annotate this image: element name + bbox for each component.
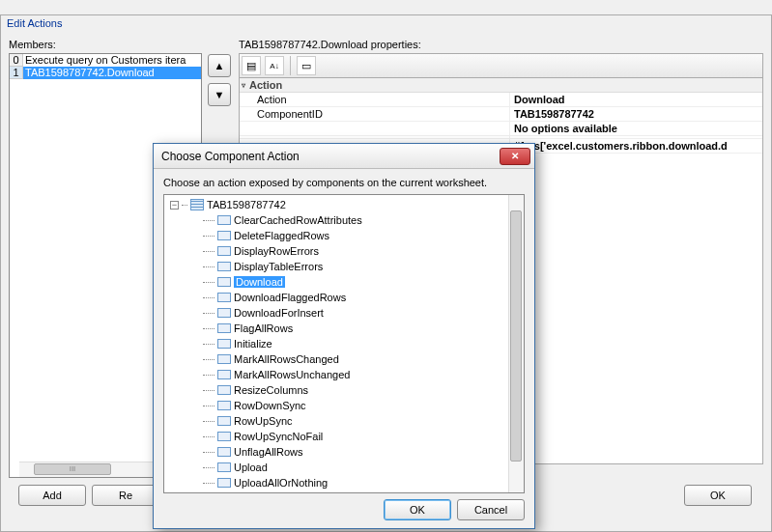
- tree-action-node[interactable]: MarkAllRowsUnchanged: [203, 367, 522, 382]
- tree-action-node[interactable]: RowDownSync: [203, 398, 522, 413]
- tree-action-node[interactable]: DownloadFlaggedRows: [203, 290, 522, 305]
- tree-action-label: MarkAllRowsUnchanged: [234, 369, 350, 380]
- arrow-up-icon: ▲: [214, 60, 225, 71]
- tree-root-node[interactable]: − TAB1598787742: [170, 197, 522, 212]
- tree-action-label: RowUpSync: [234, 415, 293, 427]
- action-icon: [217, 277, 231, 287]
- collapse-triangle-icon: ▿: [242, 81, 245, 90]
- action-icon: [217, 339, 231, 349]
- window-title: Edit Actions: [1, 15, 771, 31]
- tree-action-node[interactable]: DeleteFlaggedRows: [203, 228, 522, 243]
- ok-button-main[interactable]: OK: [684, 485, 752, 506]
- tree-action-label: DisplayRowErrors: [234, 245, 319, 257]
- close-icon: ✕: [511, 151, 519, 161]
- tree-action-label: DownloadForInsert: [234, 307, 324, 319]
- property-value: [510, 136, 762, 138]
- tree-action-node[interactable]: Download: [203, 274, 522, 290]
- members-label: Members:: [9, 39, 202, 50]
- tree-action-node[interactable]: DisplayTableErrors: [203, 259, 522, 274]
- action-icon: [217, 262, 231, 271]
- dialog-close-button[interactable]: ✕: [500, 148, 530, 165]
- action-icon: [217, 215, 231, 225]
- arrow-down-icon: ▼: [214, 89, 225, 100]
- tree-action-node[interactable]: DisplayRowErrors: [203, 243, 522, 259]
- property-row[interactable]: No options available: [240, 122, 762, 136]
- tree-action-node[interactable]: RowUpSync: [203, 413, 522, 429]
- action-icon: [217, 323, 231, 333]
- property-key: [240, 136, 510, 138]
- choose-component-action-dialog: Choose Component Action ✕ Choose an acti…: [153, 143, 535, 529]
- categorized-view-button[interactable]: ▤: [242, 56, 261, 75]
- row-index: 0: [10, 54, 23, 67]
- property-row[interactable]: ActionDownload: [240, 93, 762, 107]
- add-button[interactable]: Add: [18, 485, 86, 506]
- tree-vertical-scrollbar[interactable]: [508, 195, 524, 492]
- tree-action-node[interactable]: UnflagAllRows: [203, 444, 522, 460]
- dialog-ok-button[interactable]: OK: [384, 499, 451, 520]
- tree-action-node[interactable]: FlagAllRows: [203, 321, 522, 336]
- action-icon: [217, 432, 231, 441]
- property-value: No options available: [510, 122, 762, 135]
- tree-action-label: MarkAllRowsChanged: [234, 353, 339, 365]
- dialog-description: Choose an action exposed by components o…: [163, 177, 525, 188]
- tree-action-label: DisplayTableErrors: [234, 261, 323, 272]
- action-icon: [217, 447, 231, 457]
- move-down-button[interactable]: ▼: [208, 83, 231, 106]
- tree-action-node[interactable]: Initialize: [203, 336, 522, 351]
- action-icon: [217, 308, 231, 318]
- scrollbar-thumb[interactable]: [510, 210, 522, 462]
- expander-icon[interactable]: −: [170, 201, 179, 210]
- tree-action-label: ClearCachedRowAttributes: [234, 214, 362, 226]
- tree-action-label: UploadAllOrNothing: [234, 477, 328, 489]
- row-index: 1: [10, 67, 23, 79]
- component-action-tree[interactable]: − TAB1598787742 ClearCachedRowAttributes…: [163, 194, 525, 493]
- tree-action-label: DeleteFlaggedRows: [234, 230, 329, 241]
- tree-action-node[interactable]: DownloadForInsert: [203, 305, 522, 321]
- remove-button[interactable]: Re: [92, 485, 159, 506]
- tree-action-node[interactable]: UploadAllOrNothing: [203, 475, 522, 490]
- property-value: #{res['excel.customers.ribbon.download.d: [510, 139, 762, 153]
- action-icon: [217, 478, 231, 488]
- categorized-icon: ▤: [246, 60, 256, 72]
- tree-action-label: ResizeColumns: [234, 384, 308, 396]
- tree-action-node[interactable]: Upload: [203, 460, 522, 475]
- property-section-action[interactable]: ▿ Action: [240, 78, 762, 93]
- action-icon: [217, 231, 231, 240]
- tree-action-label: RowDownSync: [234, 400, 306, 411]
- dialog-title: Choose Component Action: [157, 150, 500, 163]
- dialog-titlebar[interactable]: Choose Component Action ✕: [154, 144, 534, 169]
- action-icon: [217, 385, 231, 395]
- action-icon: [217, 354, 231, 364]
- tree-action-label: Initialize: [234, 338, 272, 350]
- tree-action-label: Download: [234, 276, 285, 288]
- tree-action-node[interactable]: RowUpSyncNoFail: [203, 429, 522, 444]
- move-up-button[interactable]: ▲: [208, 54, 231, 77]
- tree-action-node[interactable]: MarkAllRowsChanged: [203, 351, 522, 367]
- action-icon: [217, 293, 231, 302]
- action-icon: [217, 246, 231, 256]
- row-text: Execute query on Customers itera: [23, 54, 201, 67]
- tree-action-node[interactable]: ClearCachedRowAttributes: [203, 212, 522, 228]
- tree-action-label: DownloadFlaggedRows: [234, 292, 346, 303]
- action-icon: [217, 370, 231, 379]
- tree-action-node[interactable]: ResizeColumns: [203, 382, 522, 398]
- table-icon: [190, 199, 204, 210]
- sort-az-icon: A↓: [270, 62, 278, 70]
- property-toolbar: ▤ A↓ ▭: [239, 53, 763, 78]
- tree-action-label: UnflagAllRows: [234, 446, 303, 458]
- row-text: TAB1598787742.Download: [23, 67, 201, 79]
- members-row[interactable]: 0Execute query on Customers itera: [10, 54, 201, 67]
- tree-action-label: Upload: [234, 462, 268, 473]
- page-icon: ▭: [301, 60, 311, 72]
- property-key: ComponentID: [240, 107, 510, 121]
- property-row[interactable]: ComponentIDTAB1598787742: [240, 107, 762, 122]
- dialog-cancel-button[interactable]: Cancel: [457, 499, 525, 520]
- tree-root-label: TAB1598787742: [207, 199, 286, 210]
- action-icon: [217, 462, 231, 472]
- alphabetical-view-button[interactable]: A↓: [265, 56, 284, 75]
- members-row[interactable]: 1TAB1598787742.Download: [10, 67, 201, 79]
- properties-label: TAB1598787742.Download properties:: [239, 39, 763, 50]
- property-pages-button[interactable]: ▭: [297, 56, 316, 75]
- scrollbar-thumb[interactable]: III: [34, 463, 111, 475]
- tree-action-label: FlagAllRows: [234, 322, 293, 334]
